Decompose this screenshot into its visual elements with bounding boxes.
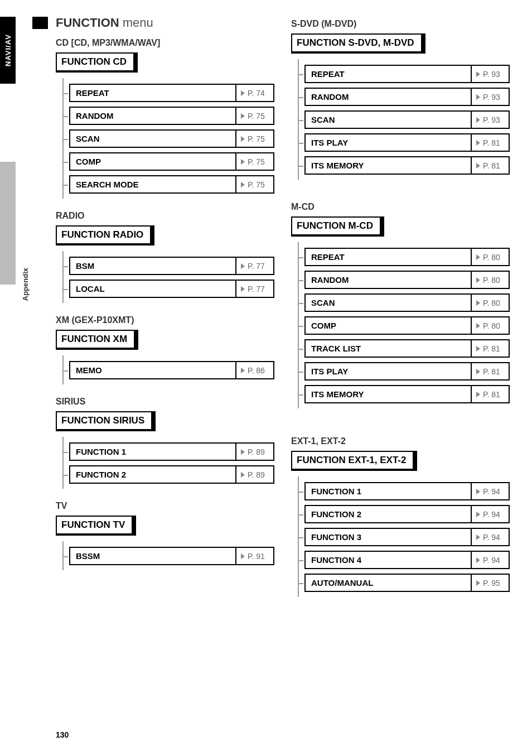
- item-label: LOCAL: [69, 280, 236, 298]
- heading-ext: EXT-1, EXT-2: [291, 436, 510, 446]
- tree-item: RANDOMP. 75: [64, 107, 274, 125]
- tree-item: RANDOMP. 93: [299, 88, 510, 106]
- left-column: FUNCTION menu CD [CD, MP3/WMA/WAV] FUNCT…: [56, 16, 274, 597]
- page-ref[interactable]: P. 80: [472, 316, 510, 335]
- tree-item: SEARCH MODEP. 75: [64, 175, 274, 194]
- page-ref[interactable]: P. 89: [236, 442, 274, 461]
- item-label: FUNCTION 1: [304, 482, 472, 500]
- triangle-icon: [476, 489, 480, 494]
- page-ref-text: P. 81: [483, 161, 500, 170]
- page-ref[interactable]: P. 93: [472, 65, 510, 83]
- item-label: REPEAT: [304, 65, 472, 83]
- triangle-icon: [241, 159, 245, 165]
- triangle-icon: [476, 369, 480, 374]
- page-ref-text: P. 95: [483, 579, 500, 588]
- item-label: SEARCH MODE: [69, 175, 236, 194]
- page-ref[interactable]: P. 75: [236, 129, 274, 148]
- page-ref[interactable]: P. 80: [472, 271, 510, 289]
- tag-function-tv: FUNCTION TV: [56, 516, 136, 536]
- page-number: 130: [56, 730, 69, 739]
- item-label: BSM: [69, 257, 236, 275]
- triangle-icon: [241, 113, 245, 119]
- page-ref-text: P. 94: [483, 556, 500, 565]
- tree-item: AUTO/MANUALP. 95: [299, 574, 510, 592]
- page-ref-text: P. 81: [483, 367, 500, 376]
- page-ref-text: P. 80: [483, 321, 500, 330]
- page-ref[interactable]: P. 93: [472, 88, 510, 106]
- item-label: BSSM: [69, 547, 236, 565]
- tree-sirius: FUNCTION 1P. 89 FUNCTION 2P. 89: [62, 437, 274, 489]
- page-ref-text: P. 94: [483, 533, 500, 542]
- side-tab-naviav-label: NAVI/AV: [4, 34, 12, 66]
- page-ref-text: P. 80: [483, 298, 500, 307]
- item-label: RANDOM: [304, 271, 472, 289]
- tree-item: FUNCTION 3P. 94: [299, 528, 510, 546]
- tag-function-xm: FUNCTION XM: [56, 330, 138, 350]
- tree-sdvd: REPEATP. 93 RANDOMP. 93 SCANP. 93 ITS PL…: [298, 59, 510, 180]
- page-ref[interactable]: P. 77: [236, 257, 274, 275]
- page-ref[interactable]: P. 94: [472, 505, 510, 523]
- tree-item: SCANP. 75: [64, 129, 274, 148]
- tag-function-radio: FUNCTION RADIO: [56, 225, 154, 245]
- page: NAVI/AV Appendix FUNCTION menu CD [CD, M…: [0, 0, 532, 756]
- page-ref-text: P. 75: [248, 112, 265, 121]
- triangle-icon: [241, 263, 245, 269]
- triangle-icon: [241, 90, 245, 96]
- tag-function-sdvd: FUNCTION S-DVD, M-DVD: [291, 33, 425, 54]
- content: FUNCTION menu CD [CD, MP3/WMA/WAV] FUNCT…: [0, 0, 532, 597]
- tree-item: ITS PLAYP. 81: [299, 362, 510, 381]
- tree-item: FUNCTION 1P. 89: [64, 442, 274, 461]
- page-ref[interactable]: P. 81: [472, 133, 510, 152]
- page-ref[interactable]: P. 80: [472, 293, 510, 312]
- page-ref[interactable]: P. 75: [236, 107, 274, 125]
- triangle-icon: [241, 182, 245, 187]
- item-label: MEMO: [69, 361, 236, 379]
- page-ref[interactable]: P. 75: [236, 175, 274, 194]
- page-ref-text: P. 86: [248, 366, 265, 375]
- triangle-icon: [476, 94, 480, 100]
- triangle-icon: [476, 557, 480, 563]
- page-ref-text: P. 89: [248, 447, 265, 456]
- page-ref-text: P. 75: [248, 134, 265, 143]
- tree-item: FUNCTION 2P. 89: [64, 465, 274, 484]
- item-label: SCAN: [304, 293, 472, 312]
- page-ref[interactable]: P. 81: [472, 362, 510, 381]
- triangle-icon: [241, 368, 245, 373]
- heading-radio: RADIO: [56, 211, 274, 221]
- main-title: FUNCTION menu: [56, 16, 274, 30]
- page-ref[interactable]: P. 86: [236, 361, 274, 379]
- page-ref-text: P. 89: [248, 470, 265, 479]
- page-ref-text: P. 94: [483, 510, 500, 519]
- page-ref[interactable]: P. 89: [236, 465, 274, 484]
- tree-item: FUNCTION 1P. 94: [299, 482, 510, 500]
- page-ref[interactable]: P. 77: [236, 280, 274, 298]
- tag-function-ext: FUNCTION EXT-1, EXT-2: [291, 451, 417, 471]
- item-label: SCAN: [69, 129, 236, 148]
- item-label: ITS PLAY: [304, 133, 472, 152]
- page-ref[interactable]: P. 80: [472, 248, 510, 266]
- triangle-icon: [241, 286, 245, 292]
- item-label: FUNCTION 3: [304, 528, 472, 546]
- page-ref[interactable]: P. 94: [472, 551, 510, 569]
- side-label-appendix: Appendix: [21, 268, 30, 301]
- heading-xm: XM (GEX-P10XMT): [56, 315, 274, 325]
- page-ref[interactable]: P. 91: [236, 547, 274, 565]
- page-ref[interactable]: P. 81: [472, 339, 510, 358]
- page-ref-text: P. 94: [483, 487, 500, 496]
- page-ref[interactable]: P. 81: [472, 385, 510, 403]
- tree-xm: MEMOP. 86: [62, 355, 274, 384]
- heading-sdvd: S-DVD (M-DVD): [291, 19, 510, 29]
- page-ref[interactable]: P. 93: [472, 110, 510, 129]
- item-label: RANDOM: [304, 88, 472, 106]
- triangle-icon: [476, 535, 480, 540]
- page-ref[interactable]: P. 74: [236, 84, 274, 102]
- triangle-icon: [476, 277, 480, 283]
- page-ref[interactable]: P. 94: [472, 528, 510, 546]
- page-ref[interactable]: P. 81: [472, 156, 510, 175]
- tree-item: REPEATP. 80: [299, 248, 510, 266]
- side-tab-naviav: NAVI/AV: [0, 17, 16, 84]
- item-label: FUNCTION 2: [304, 505, 472, 523]
- page-ref[interactable]: P. 95: [472, 574, 510, 592]
- page-ref[interactable]: P. 94: [472, 482, 510, 500]
- page-ref[interactable]: P. 75: [236, 152, 274, 171]
